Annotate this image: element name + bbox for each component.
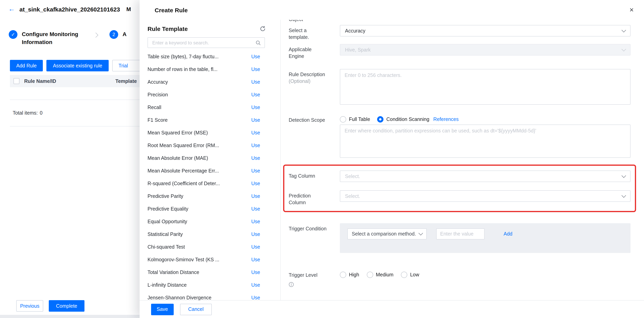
use-link[interactable]: Use <box>252 295 260 300</box>
step2-circle: 2 <box>110 30 118 39</box>
template-item[interactable]: Kolmogorov-Smirnov Test (KS ...Use <box>148 253 260 266</box>
page-header: ← at_sink_ckafka2hive_202602101623 M <box>8 5 131 13</box>
radio-condition-scanning-label: Condition Scanning <box>386 116 430 122</box>
use-link[interactable]: Use <box>252 244 260 250</box>
add-rule-button[interactable]: Add Rule <box>10 60 43 71</box>
trigger-value-input[interactable] <box>436 228 484 240</box>
use-link[interactable]: Use <box>252 156 260 161</box>
save-button[interactable]: Save <box>151 304 174 315</box>
use-link[interactable]: Use <box>252 282 260 288</box>
use-link[interactable]: Use <box>252 219 260 224</box>
radio-condition-scanning[interactable]: Condition Scanning <box>377 116 430 122</box>
radio-full-table[interactable]: Full Table <box>340 116 370 122</box>
template-item[interactable]: Number of rows in the table, fl...Use <box>148 63 260 76</box>
template-name: L-infinity Distance <box>148 282 186 288</box>
prediction-column-select[interactable]: Select. <box>340 190 630 202</box>
use-link[interactable]: Use <box>252 117 260 123</box>
template-item[interactable]: Table size (bytes), 7-day fluctu...Use <box>148 50 260 63</box>
template-item[interactable]: R-squared (Coefficient of Deter...Use <box>148 177 260 190</box>
trial-button[interactable]: Trial <box>112 60 141 71</box>
template-name: Accuracy <box>148 79 168 85</box>
template-item[interactable]: Predictive EqualityUse <box>148 202 260 215</box>
rule-form: Object Select a template. Accuracy Appli… <box>281 20 644 300</box>
prediction-column-label: Prediction Column <box>289 190 340 206</box>
template-search-input[interactable] <box>152 40 256 46</box>
total-items-value: 0 <box>40 110 42 116</box>
use-link[interactable]: Use <box>252 92 260 98</box>
use-link[interactable]: Use <box>252 143 260 148</box>
app-root: ← at_sink_ckafka2hive_202602101623 M ✓ C… <box>0 0 644 318</box>
complete-button[interactable]: Complete <box>49 300 84 312</box>
previous-button[interactable]: Previous <box>16 300 43 312</box>
page-title: at_sink_ckafka2hive_202602101623 <box>20 6 120 12</box>
rule-template-heading: Rule Template <box>148 26 188 32</box>
references-link[interactable]: References <box>433 116 458 122</box>
radio-level-low[interactable]: Low <box>401 272 419 278</box>
radio-circle-icon <box>401 272 407 278</box>
associate-existing-rule-button[interactable]: Associate existing rule <box>46 60 109 71</box>
template-item[interactable]: Chi-squared TestUse <box>148 241 260 253</box>
template-item[interactable]: Mean Squared Error (MSE)Use <box>148 126 260 139</box>
radio-full-table-label: Full Table <box>349 116 370 122</box>
template-name: Kolmogorov-Smirnov Test (KS ... <box>148 257 219 262</box>
template-name: Mean Squared Error (MSE) <box>148 130 208 136</box>
use-link[interactable]: Use <box>252 66 260 72</box>
template-item[interactable]: PrecisionUse <box>148 88 260 101</box>
template-item[interactable]: AccuracyUse <box>148 76 260 88</box>
cancel-button[interactable]: Cancel <box>180 304 212 315</box>
use-link[interactable]: Use <box>252 130 260 136</box>
template-select[interactable]: Accuracy <box>340 25 630 36</box>
select-all-checkbox[interactable] <box>14 78 20 84</box>
radio-low-label: Low <box>410 272 419 278</box>
use-link[interactable]: Use <box>252 105 260 110</box>
tag-column-select[interactable]: Select. <box>340 170 630 182</box>
back-icon[interactable]: ← <box>8 5 15 13</box>
trigger-condition-panel: Select a comparison method. Add <box>340 223 630 253</box>
info-icon[interactable] <box>289 282 294 287</box>
template-item[interactable]: F1 ScoreUse <box>148 114 260 126</box>
use-link[interactable]: Use <box>252 206 260 212</box>
template-item[interactable]: Jensen-Shannon DivergenceUse <box>148 292 260 300</box>
use-link[interactable]: Use <box>252 79 260 85</box>
add-link[interactable]: Add <box>504 228 512 240</box>
check-icon: ✓ <box>11 32 15 37</box>
create-rule-drawer: Create Rule × Rule Template <box>140 0 644 318</box>
template-item[interactable]: L-infinity DistanceUse <box>148 279 260 292</box>
use-link[interactable]: Use <box>252 54 260 60</box>
close-icon[interactable]: × <box>630 6 634 14</box>
detection-scope-label: Detection Scope <box>289 114 340 124</box>
radio-level-medium[interactable]: Medium <box>366 272 394 278</box>
template-search[interactable] <box>148 37 265 48</box>
template-item[interactable]: Equal OpportunityUse <box>148 215 260 228</box>
template-name: Mean Absolute Error (MAE) <box>148 156 208 161</box>
use-link[interactable]: Use <box>252 194 260 199</box>
template-item[interactable]: Total Variation DistanceUse <box>148 266 260 279</box>
step1-label: Configure Monitoring Information <box>22 30 84 46</box>
comparison-method-select[interactable]: Select a comparison method. <box>348 228 427 240</box>
condition-spacer <box>289 124 340 127</box>
rule-description-textarea[interactable] <box>340 69 630 105</box>
template-item[interactable]: Root Mean Squared Error (RM...Use <box>148 139 260 152</box>
use-link[interactable]: Use <box>252 270 260 275</box>
trigger-level-label-text: Trigger Level <box>289 272 318 278</box>
clipped-row: Object <box>289 20 630 24</box>
radio-circle-icon <box>366 272 373 278</box>
use-link[interactable]: Use <box>252 232 260 237</box>
radio-level-high[interactable]: High <box>340 272 359 278</box>
template-item[interactable]: Mean Absolute Percentage Err...Use <box>148 164 260 177</box>
chevron-down-icon <box>622 47 626 51</box>
template-name: Predictive Parity <box>148 194 184 199</box>
use-link[interactable]: Use <box>252 168 260 174</box>
refresh-icon[interactable] <box>260 26 266 32</box>
template-item[interactable]: Mean Absolute Error (MAE)Use <box>148 152 260 164</box>
use-link[interactable]: Use <box>252 181 260 186</box>
condition-expression-textarea[interactable] <box>340 124 630 158</box>
chevron-down-icon <box>622 28 626 32</box>
template-name: Precision <box>148 92 168 98</box>
use-link[interactable]: Use <box>252 257 260 262</box>
template-item[interactable]: Statistical ParityUse <box>148 228 260 241</box>
radio-selected-icon <box>377 116 384 122</box>
template-item[interactable]: RecallUse <box>148 101 260 114</box>
template-name: Total Variation Distance <box>148 270 199 275</box>
template-item[interactable]: Predictive ParityUse <box>148 190 260 202</box>
